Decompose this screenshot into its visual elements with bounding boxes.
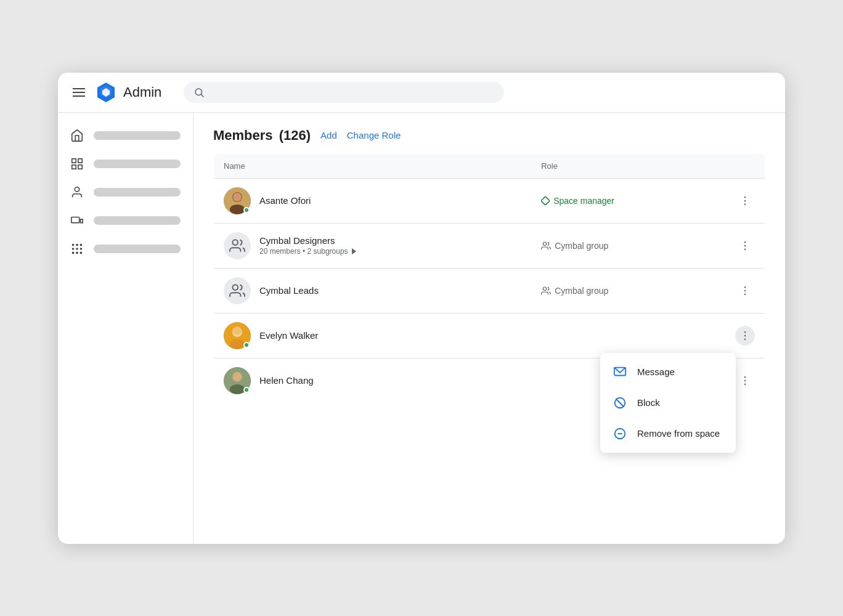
svg-point-33 [232, 285, 238, 290]
dashboard-icon [70, 157, 84, 171]
sidebar-label-apps [94, 245, 181, 253]
svg-point-17 [72, 251, 75, 254]
more-vertical-icon [739, 330, 751, 342]
actions-td [725, 178, 765, 223]
member-info: Evelyn Walker [259, 330, 318, 341]
sidebar-label-home [94, 131, 181, 140]
svg-point-51 [744, 383, 746, 385]
name-td: Asante Ofori [214, 178, 532, 223]
group-avatar [224, 277, 251, 304]
svg-rect-5 [72, 158, 76, 162]
sidebar-item-apps[interactable] [58, 236, 193, 262]
svg-point-12 [76, 243, 78, 246]
context-menu-item-block[interactable]: Block [600, 387, 736, 418]
context-menu-item-remove[interactable]: Remove from space [600, 418, 736, 449]
role-cell: Cymbal group [541, 241, 715, 251]
sidebar-label-people [94, 188, 181, 197]
sidebar-item-devices[interactable] [58, 208, 193, 233]
svg-point-15 [76, 248, 78, 250]
member-name: Helen Chang [259, 375, 314, 386]
svg-point-42 [744, 331, 746, 333]
content-area: Members (126) Add Change Role Name Role [193, 113, 785, 544]
top-bar: Admin [58, 73, 785, 113]
remove-circle-icon [613, 426, 627, 441]
svg-point-50 [744, 379, 746, 381]
context-remove-label: Remove from space [637, 428, 720, 439]
svg-point-35 [744, 286, 746, 288]
svg-rect-10 [71, 217, 79, 222]
table-row: Evelyn Walker [214, 313, 765, 358]
name-cell: Cymbal Leads [224, 277, 521, 304]
more-button[interactable] [735, 236, 755, 256]
name-td: Cymbal Leads [214, 268, 532, 313]
svg-point-37 [744, 293, 746, 295]
svg-point-13 [80, 243, 83, 246]
svg-point-47 [230, 384, 245, 394]
sidebar-item-people[interactable] [58, 179, 193, 205]
svg-point-9 [75, 187, 79, 191]
person-icon [70, 185, 84, 199]
svg-point-40 [230, 339, 245, 349]
svg-point-32 [744, 248, 746, 250]
actions-td [725, 268, 765, 313]
members-header: Members (126) Add Change Role [213, 128, 765, 153]
avatar-wrap [224, 322, 251, 349]
add-link[interactable]: Add [320, 130, 337, 140]
svg-point-48 [233, 372, 242, 381]
role-td: Cymbal group [531, 268, 725, 313]
diamond-icon [541, 197, 550, 205]
svg-line-4 [202, 94, 204, 97]
logo-container: Admin [95, 81, 161, 103]
name-td: Cymbal Designers 20 members • 2 subgroup… [214, 223, 532, 268]
more-vertical-icon [739, 375, 751, 387]
svg-point-30 [744, 241, 746, 243]
svg-point-44 [744, 338, 746, 340]
svg-point-18 [76, 251, 78, 254]
svg-point-22 [230, 205, 245, 214]
search-input[interactable] [211, 87, 494, 97]
search-bar [184, 82, 504, 103]
svg-point-41 [233, 326, 242, 335]
change-role-link[interactable]: Change Role [347, 130, 401, 140]
more-vertical-icon [739, 285, 751, 297]
sidebar [58, 113, 193, 544]
group-role: Cymbal group [541, 286, 608, 296]
more-button[interactable] [735, 326, 755, 346]
subgroup-arrow [352, 248, 356, 254]
svg-point-26 [744, 200, 746, 201]
more-vertical-icon [739, 240, 751, 252]
member-info: Cymbal Designers 20 members • 2 subgroup… [259, 235, 356, 256]
svg-rect-7 [72, 164, 76, 168]
members-title: Members (126) [213, 128, 311, 144]
more-button[interactable] [735, 371, 755, 391]
more-button[interactable] [735, 281, 755, 301]
actions-td [725, 313, 765, 358]
col-name: Name [214, 153, 532, 178]
svg-point-27 [744, 203, 746, 205]
member-name: Evelyn Walker [259, 330, 318, 341]
search-icon [193, 87, 205, 98]
group-role-icon [541, 286, 551, 296]
name-td: Evelyn Walker [214, 313, 532, 358]
context-message-label: Message [637, 367, 675, 377]
more-button[interactable] [735, 191, 755, 211]
app-title: Admin [123, 84, 161, 100]
actions-td [725, 223, 765, 268]
role-td: Cymbal group [531, 223, 725, 268]
name-cell: Helen Chang [224, 367, 521, 394]
svg-point-19 [80, 251, 83, 254]
table-row: Cymbal Leads Cymbal group [214, 268, 765, 313]
svg-point-29 [544, 242, 547, 245]
context-menu-item-message[interactable]: Message [600, 357, 736, 387]
role-cell: Cymbal group [541, 286, 715, 296]
hamburger-menu[interactable] [73, 88, 85, 97]
role-td: Space manager [531, 178, 725, 223]
sidebar-item-home[interactable] [58, 123, 193, 148]
svg-point-31 [744, 245, 746, 246]
logo-icon [95, 81, 117, 103]
sidebar-item-dashboard[interactable] [58, 151, 193, 177]
col-actions [725, 153, 765, 178]
more-vertical-icon [739, 195, 751, 207]
avatar-wrap [224, 367, 251, 394]
group-role: Cymbal group [541, 241, 608, 251]
